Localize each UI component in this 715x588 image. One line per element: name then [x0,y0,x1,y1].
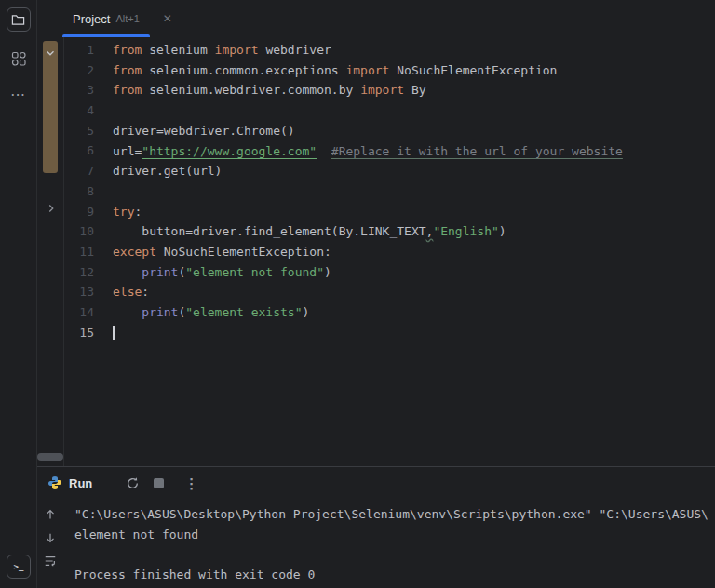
project-tool-button[interactable] [7,7,31,32]
more-icon: ⋯ [10,86,26,103]
line-number[interactable]: 2 [64,60,94,81]
panel-scrollbar-thumb[interactable] [43,41,58,173]
more-options-icon[interactable]: ⋮ [184,476,198,490]
line-number[interactable]: 5 [64,121,94,141]
console-area: "C:\Users\ASUS\Desktop\Python Project\Se… [37,499,715,588]
line-number[interactable]: 6 [64,140,94,161]
chevron-right-icon[interactable] [45,202,58,215]
editor-area: 123456789101112131415 from selenium impo… [37,37,715,466]
project-panel-strip [37,37,63,466]
code-line[interactable] [113,100,715,121]
tab-shortcut: Alt+1 [115,13,139,24]
line-number[interactable]: 1 [64,40,94,60]
editor-code[interactable]: from selenium import webdriverfrom selen… [113,40,715,466]
code-line[interactable]: button=driver.find_element(By.LINK_TEXT,… [113,221,715,242]
console-line: "C:\Users\ASUS\Desktop\Python Project\Se… [74,504,715,525]
tab-label: Project [73,12,110,26]
soft-wrap-icon[interactable] [44,555,57,568]
line-number[interactable]: 3 [64,80,94,100]
code-line[interactable]: print("element not found") [113,262,715,283]
text-caret [113,326,115,340]
ide-window: ⋯ >_ Project Alt+1 ✕ [0,0,715,588]
code-line[interactable]: from selenium import webdriver [113,40,715,60]
run-tab-label[interactable]: Run [69,476,92,490]
tab-project[interactable]: Project Alt+1 [62,0,150,37]
code-line[interactable] [113,323,715,343]
code-line[interactable]: print("element exists") [113,302,715,323]
active-tab-indicator [62,34,150,37]
console-output: "C:\Users\ASUS\Desktop\Python Project\Se… [63,499,715,588]
line-number[interactable]: 14 [64,302,94,323]
folder-icon [11,13,25,27]
code-line[interactable]: from selenium.webdriver.common.by import… [113,80,715,100]
python-run-icon [47,475,62,490]
code-line[interactable] [113,181,715,202]
stop-icon[interactable] [154,478,164,488]
code-line[interactable]: else: [113,282,715,302]
more-tool-windows-button[interactable]: ⋯ [10,86,27,102]
code-line[interactable]: driver=webdriver.Chrome() [113,121,715,141]
terminal-icon: >_ [14,562,24,571]
rerun-icon[interactable] [126,476,140,490]
line-number[interactable]: 4 [64,100,94,121]
line-number[interactable]: 9 [64,202,94,222]
line-number[interactable]: 8 [64,181,94,202]
close-icon[interactable]: ✕ [163,13,172,24]
console-line: element not found [74,525,715,545]
editor-gutter: 123456789101112131415 [64,40,109,466]
line-number[interactable]: 13 [64,282,94,302]
line-number[interactable]: 10 [64,221,94,242]
line-number[interactable]: 11 [64,242,94,262]
code-line[interactable]: url="https://www.google.com" #Replace it… [113,141,715,162]
code-line[interactable]: driver.get(url) [113,161,715,181]
code-editor[interactable]: 123456789101112131415 from selenium impo… [63,37,715,466]
line-number[interactable]: 7 [64,161,94,181]
console-toolbar [37,499,63,588]
arrow-down-icon[interactable] [44,531,57,544]
console-line: Process finished with exit code 0 [74,565,715,585]
structure-icon [11,51,26,66]
tool-window-tabbar: Project Alt+1 ✕ [37,0,715,37]
code-line[interactable]: from selenium.common.exceptions import N… [113,60,715,81]
line-number[interactable]: 15 [64,323,94,343]
code-line[interactable]: except NoSuchElementException: [113,242,715,262]
main-column: Project Alt+1 ✕ 123456789101112131415 fr… [37,0,715,588]
terminal-tool-button[interactable]: >_ [7,555,31,579]
horizontal-scrollbar-thumb[interactable] [37,453,63,461]
console-line [74,544,715,565]
arrow-up-icon[interactable] [44,508,57,521]
structure-tool-button[interactable] [10,50,27,67]
chevron-down-icon[interactable] [44,47,57,60]
line-number[interactable]: 12 [64,262,94,283]
run-tool-window: Run ⋮ [37,466,715,588]
run-toolbar: Run ⋮ [37,467,715,499]
code-line[interactable]: try: [113,202,715,222]
tool-window-rail: ⋯ >_ [0,0,37,588]
